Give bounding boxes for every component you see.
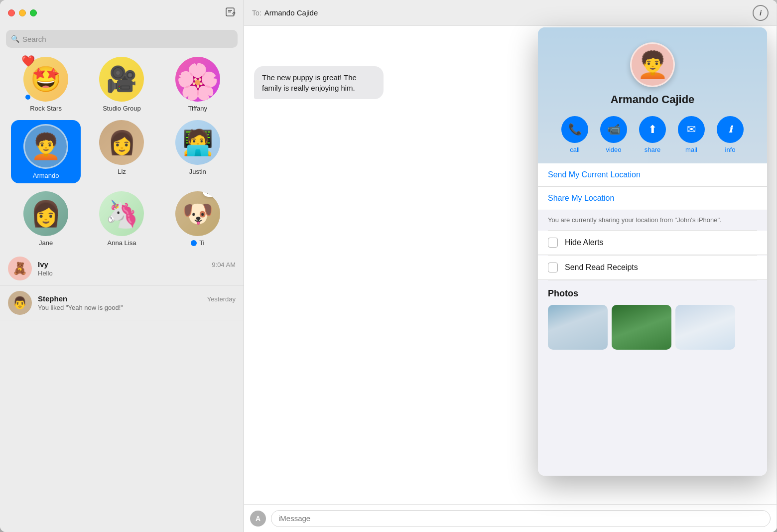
unread-dot-rock-stars: [25, 95, 30, 100]
pinned-contact-ti[interactable]: 🐶 Hey! Ti: [163, 191, 233, 247]
pinned-name-rock-stars: Rock Stars: [30, 105, 62, 112]
search-icon: 🔍: [11, 35, 19, 43]
msg-time-stephen: Yesterday: [207, 295, 236, 303]
pinned-contact-anna-lisa[interactable]: 🦄 Anna Lisa: [87, 191, 156, 247]
msg-top-stephen: Stephen Yesterday: [38, 294, 236, 303]
msg-content-stephen: Stephen Yesterday You liked "Yeah now is…: [38, 294, 236, 311]
call-icon: 📞: [561, 116, 588, 143]
pinned-name-studio-group: Studio Group: [103, 105, 141, 112]
info-label: info: [725, 146, 736, 153]
pinned-contact-tiffany[interactable]: 🌸 Tiffany: [163, 57, 233, 112]
share-label: share: [645, 146, 661, 153]
details-panel: 🧑‍🦱 Armando Cajide 📞 call 📹 video ⬆ shar…: [538, 27, 767, 476]
send-location-item[interactable]: Send My Current Location: [538, 163, 767, 187]
video-icon: 📹: [600, 116, 627, 143]
share-location-item[interactable]: Share My Location: [538, 187, 767, 210]
pinned-avatar-jane: 👩: [23, 191, 68, 236]
pinned-contact-rock-stars[interactable]: 🤩 ❤️ Rock Stars: [11, 57, 81, 112]
pinned-contact-studio-group[interactable]: 🎥 Studio Group: [87, 57, 156, 112]
pinned-name-ti: Ti: [199, 239, 204, 247]
photos-title: Photos: [548, 288, 757, 299]
details-avatar: 🧑‍🦱: [630, 42, 675, 87]
msg-content-ivy: Ivy 9:04 AM Hello: [38, 260, 236, 277]
close-button[interactable]: [8, 9, 15, 16]
chat-header: To: Armando Cajide i: [244, 0, 777, 26]
pinned-avatar-ti: 🐶 Hey!: [175, 191, 220, 236]
unread-dot-ti: [191, 240, 197, 246]
send-location-link[interactable]: Send My Current Location: [548, 170, 641, 179]
list-item-ivy[interactable]: 🧸 Ivy 9:04 AM Hello: [0, 252, 244, 286]
search-bar[interactable]: 🔍 Search: [6, 30, 238, 48]
photos-grid: [548, 305, 757, 350]
action-share[interactable]: ⬆ share: [639, 116, 666, 153]
pinned-avatar-tiffany: 🌸: [175, 57, 220, 102]
pinned-avatar-anna-lisa: 🦄: [99, 191, 144, 236]
pinned-avatar-justin: 🧑‍💻: [175, 120, 220, 165]
sender-initial: A: [256, 515, 260, 523]
pinned-name-liz: Liz: [118, 168, 126, 175]
hide-alerts-row[interactable]: Hide Alerts: [538, 231, 767, 255]
msg-preview-ivy: Hello: [38, 269, 236, 277]
action-call[interactable]: 📞 call: [561, 116, 588, 153]
details-body: Send My Current Location Share My Locati…: [538, 163, 767, 476]
share-location-link[interactable]: Share My Location: [548, 194, 614, 202]
send-read-receipts-checkbox[interactable]: [548, 263, 558, 272]
action-buttons: 📞 call 📹 video ⬆ share ✉ mail ℹ: [561, 116, 744, 153]
msg-preview-stephen: You liked "Yeah now is good!": [38, 304, 236, 311]
pinned-name-justin: Justin: [189, 168, 206, 175]
msg-top-ivy: Ivy 9:04 AM: [38, 260, 236, 268]
details-top: 🧑‍🦱 Armando Cajide 📞 call 📹 video ⬆ shar…: [538, 27, 767, 163]
to-label: To:: [252, 9, 261, 17]
mail-label: mail: [685, 146, 697, 153]
send-read-receipts-label: Send Read Receipts: [565, 263, 638, 272]
photo-thumb-1[interactable]: [548, 305, 608, 350]
photo-thumb-3[interactable]: [675, 305, 735, 350]
recipient-name: Armando Cajide: [264, 8, 318, 17]
info-circle-icon: ℹ: [717, 116, 744, 143]
message-bubble-2: The new puppy is great! The family is re…: [254, 66, 384, 99]
avatar-stephen: 👨: [8, 291, 32, 315]
location-note: You are currently sharing your location …: [538, 210, 767, 230]
list-item-stephen[interactable]: 👨 Stephen Yesterday You liked "Yeah now …: [0, 286, 244, 320]
action-info[interactable]: ℹ info: [717, 116, 744, 153]
msg-name-stephen: Stephen: [38, 294, 67, 303]
details-contact-name: Armando Cajide: [611, 93, 695, 106]
pinned-avatar-armando: 🧑‍🦱: [23, 124, 68, 169]
action-video[interactable]: 📹 video: [600, 116, 627, 153]
search-placeholder: Search: [22, 35, 46, 43]
pinned-avatar-liz: 👩: [99, 120, 144, 165]
pinned-contact-jane[interactable]: 👩 Jane: [11, 191, 81, 247]
pinned-name-armando: Armando: [33, 172, 59, 179]
minimize-button[interactable]: [19, 9, 26, 16]
hide-alerts-label: Hide Alerts: [565, 238, 603, 247]
hide-alerts-checkbox[interactable]: [548, 238, 558, 248]
pinned-row-2: 🧑‍🦱 Armando 👩 Liz 🧑‍💻 Justin: [0, 117, 244, 188]
maximize-button[interactable]: [30, 9, 37, 16]
hey-badge: Hey!: [203, 191, 220, 197]
title-bar: [0, 0, 244, 26]
photo-thumb-2[interactable]: [612, 305, 671, 350]
pinned-contact-armando[interactable]: 🧑‍🦱 Armando: [11, 120, 81, 183]
chat-info-button[interactable]: i: [753, 5, 769, 21]
pinned-name-anna-lisa: Anna Lisa: [108, 239, 136, 247]
compose-button[interactable]: [225, 6, 236, 20]
mail-icon: ✉: [678, 116, 705, 143]
send-read-receipts-row[interactable]: Send Read Receipts: [538, 256, 767, 280]
msg-name-ivy: Ivy: [38, 260, 48, 268]
message-input[interactable]: [271, 510, 771, 527]
traffic-lights: [8, 9, 37, 16]
pinned-name-jane: Jane: [39, 239, 53, 247]
pinned-contact-liz[interactable]: 👩 Liz: [87, 120, 156, 183]
pinned-contact-justin[interactable]: 🧑‍💻 Justin: [163, 120, 233, 183]
pinned-row-1: 🤩 ❤️ Rock Stars 🎥 Studio Group 🌸 Tiffany: [0, 52, 244, 117]
message-list: 🧸 Ivy 9:04 AM Hello 👨 Stephen Yesterday: [0, 252, 244, 532]
chat-input-bar: A: [244, 504, 777, 532]
action-mail[interactable]: ✉ mail: [678, 116, 705, 153]
info-icon: i: [760, 8, 762, 17]
msg-time-ivy: 9:04 AM: [212, 261, 236, 268]
video-label: video: [606, 146, 621, 153]
sidebar: 🔍 Search 🤩 ❤️ Rock Stars 🎥 Studio Gr: [0, 0, 244, 532]
pinned-avatar-rock-stars: 🤩 ❤️: [23, 57, 68, 102]
pinned-row-3: 👩 Jane 🦄 Anna Lisa 🐶 Hey! Ti: [0, 188, 244, 252]
avatar-ivy: 🧸: [8, 257, 32, 280]
